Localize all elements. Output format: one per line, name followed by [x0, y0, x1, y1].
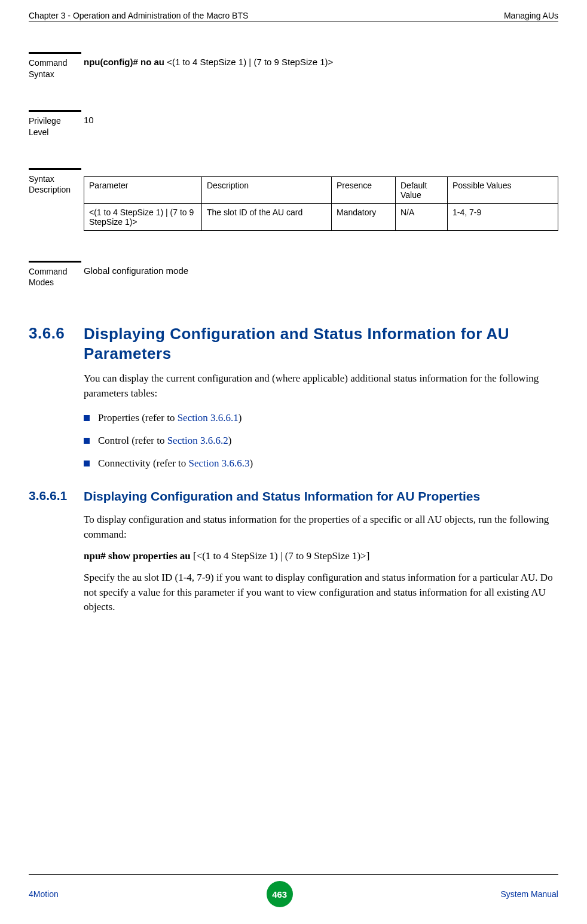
td-description: The slot ID of the AU card: [202, 203, 332, 230]
th-possible: Possible Values: [448, 176, 558, 203]
show-command-rest: [<(1 to 4 StepSize 1) | (7 to 9 StepSize…: [193, 550, 369, 562]
td-parameter: <(1 to 4 StepSize 1) | (7 to 9 StepSize …: [84, 203, 202, 230]
list-item: Control (refer to Section 3.6.6.2): [84, 435, 558, 447]
page-footer: 4Motion 463 System Manual: [29, 874, 558, 907]
footer-right: System Manual: [501, 889, 558, 899]
command-syntax-value: npu(config)# no au <(1 to 4 StepSize 1) …: [81, 52, 558, 80]
bullet-text: Control (refer to: [98, 435, 167, 446]
th-parameter: Parameter: [84, 176, 202, 203]
section-3-6-6-1-p2: Specify the au slot ID (1-4, 7-9) if you…: [84, 571, 558, 615]
square-bullet-icon: [84, 415, 90, 421]
square-bullet-icon: [84, 461, 90, 466]
header-right: Managing AUs: [504, 11, 558, 20]
privilege-label: Privilege Level: [29, 110, 81, 138]
th-default: Default Value: [396, 176, 448, 203]
command-modes-block: Command Modes Global configuration mode: [29, 261, 558, 289]
show-command-bold: npu# show properties au: [84, 550, 193, 562]
syntax-description-table: Parameter Description Presence Default V…: [84, 176, 558, 231]
bullet-text: Properties (refer to: [98, 412, 178, 423]
bullet-after: ): [250, 458, 253, 469]
bullet-after: ): [239, 412, 242, 423]
bullet-list: Properties (refer to Section 3.6.6.1) Co…: [84, 412, 558, 469]
show-command: npu# show properties au [<(1 to 4 StepSi…: [84, 550, 558, 562]
command-syntax-rest: <(1 to 4 StepSize 1) | (7 to 9 StepSize …: [167, 57, 333, 67]
square-bullet-icon: [84, 438, 90, 444]
list-item: Connectivity (refer to Section 3.6.6.3): [84, 458, 558, 469]
section-link[interactable]: Section 3.6.6.1: [178, 412, 239, 423]
command-syntax-label: Command Syntax: [29, 52, 81, 80]
bullet-after: ): [228, 435, 232, 446]
table-row: <(1 to 4 StepSize 1) | (7 to 9 StepSize …: [84, 203, 558, 230]
section-3-6-6-intro: You can display the current configuratio…: [84, 371, 558, 401]
section-link[interactable]: Section 3.6.6.3: [189, 458, 250, 469]
section-3-6-6-title: Displaying Configuration and Status Info…: [84, 324, 558, 363]
section-3-6-6-heading: 3.6.6 Displaying Configuration and Statu…: [29, 324, 558, 363]
table-header-row: Parameter Description Presence Default V…: [84, 176, 558, 203]
th-description: Description: [202, 176, 332, 203]
section-3-6-6-1-title: Displaying Configuration and Status Info…: [84, 489, 480, 504]
command-syntax-bold: npu(config)# no au: [84, 57, 167, 67]
section-3-6-6-number: 3.6.6: [29, 324, 84, 363]
bullet-text: Connectivity (refer to: [98, 458, 189, 469]
privilege-value: 10: [81, 110, 558, 138]
td-possible: 1-4, 7-9: [448, 203, 558, 230]
syntax-description-label: Syntax Description: [29, 168, 81, 231]
td-default: N/A: [396, 203, 448, 230]
command-modes-value: Global configuration mode: [81, 261, 558, 289]
section-3-6-6-1-heading: 3.6.6.1 Displaying Configuration and Sta…: [29, 489, 558, 504]
command-modes-label: Command Modes: [29, 261, 81, 289]
header-left: Chapter 3 - Operation and Administration…: [29, 11, 248, 20]
footer-left: 4Motion: [29, 889, 59, 899]
privilege-level-block: Privilege Level 10: [29, 110, 558, 138]
section-3-6-6-1-p1: To display configuration and status info…: [84, 513, 558, 542]
syntax-description-block: Syntax Description Parameter Description…: [29, 168, 558, 231]
th-presence: Presence: [332, 176, 396, 203]
td-presence: Mandatory: [332, 203, 396, 230]
section-3-6-6-1-number: 3.6.6.1: [29, 489, 84, 504]
command-syntax-block: Command Syntax npu(config)# no au <(1 to…: [29, 52, 558, 80]
page-number-badge: 463: [267, 881, 293, 907]
list-item: Properties (refer to Section 3.6.6.1): [84, 412, 558, 424]
page-header: Chapter 3 - Operation and Administration…: [29, 11, 558, 22]
section-link[interactable]: Section 3.6.6.2: [167, 435, 228, 446]
